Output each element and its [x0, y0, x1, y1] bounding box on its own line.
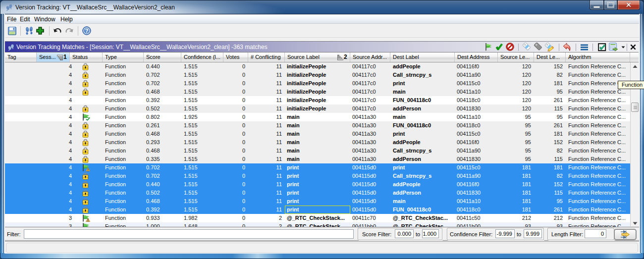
svg-text:?: ? [85, 28, 88, 34]
